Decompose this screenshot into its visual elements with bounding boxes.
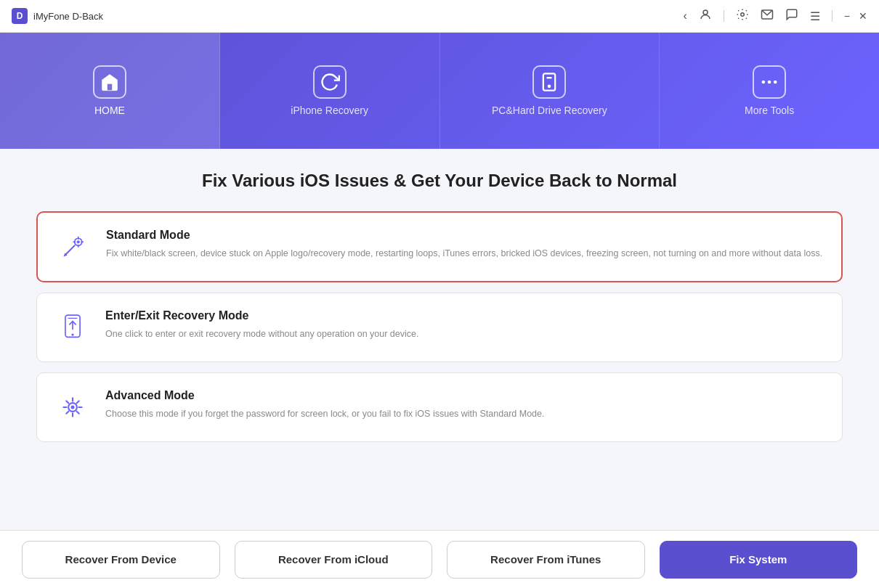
nav-tab-more-tools[interactable]: More Tools	[660, 33, 879, 149]
svg-point-9	[774, 81, 777, 84]
standard-mode-icon	[55, 229, 92, 265]
svg-rect-3	[107, 83, 112, 90]
advanced-mode-icon	[54, 389, 91, 425]
main-content: Fix Various iOS Issues & Get Your Device…	[0, 149, 879, 530]
svg-point-11	[77, 240, 80, 243]
title-bar: D iMyFone D-Back ‹ ☰ − ✕	[0, 0, 879, 33]
page-heading: Fix Various iOS Issues & Get Your Device…	[36, 171, 843, 191]
standard-mode-desc: Fix white/black screen, device stuck on …	[106, 246, 822, 261]
enter-exit-recovery-card[interactable]: Enter/Exit Recovery Mode One click to en…	[36, 293, 843, 362]
svg-point-1	[741, 13, 745, 17]
enter-exit-title: Enter/Exit Recovery Mode	[105, 309, 418, 322]
advanced-mode-desc: Choose this mode if you forget the passw…	[105, 407, 544, 421]
recover-from-device-button[interactable]: Recover From Device	[22, 541, 220, 579]
pc-recovery-icon-box	[532, 65, 566, 99]
enter-exit-icon	[54, 309, 91, 346]
window-controls: − ✕	[844, 10, 867, 22]
close-button[interactable]: ✕	[859, 10, 867, 22]
nav-tab-home-label: HOME	[94, 105, 125, 116]
enter-exit-content: Enter/Exit Recovery Mode One click to en…	[105, 309, 418, 341]
standard-mode-content: Standard Mode Fix white/black screen, de…	[106, 229, 822, 261]
nav-tab-pc-recovery[interactable]: PC&Hard Drive Recovery	[440, 33, 660, 149]
share-icon[interactable]: ‹	[683, 9, 686, 23]
standard-mode-title: Standard Mode	[106, 229, 822, 242]
svg-point-5	[548, 86, 550, 87]
svg-line-28	[77, 401, 79, 403]
bottom-bar: Recover From Device Recover From iCloud …	[0, 530, 879, 588]
settings-icon[interactable]	[736, 8, 749, 24]
nav-tab-pc-label: PC&Hard Drive Recovery	[492, 105, 607, 116]
svg-point-21	[70, 405, 74, 409]
advanced-mode-title: Advanced Mode	[105, 389, 544, 402]
svg-point-17	[71, 333, 73, 335]
svg-point-7	[762, 81, 766, 84]
chat-icon[interactable]	[785, 8, 798, 24]
svg-point-8	[768, 81, 771, 84]
svg-point-0	[703, 10, 708, 15]
iphone-recovery-icon-box	[313, 65, 347, 99]
mail-icon[interactable]	[761, 8, 774, 24]
divider	[724, 10, 724, 22]
standard-mode-card[interactable]: Standard Mode Fix white/black screen, de…	[36, 211, 843, 282]
recover-from-icloud-button[interactable]: Recover From iCloud	[235, 541, 433, 579]
divider2	[832, 10, 833, 22]
fix-system-button[interactable]: Fix System	[660, 541, 858, 579]
svg-line-26	[66, 401, 68, 403]
minimize-button[interactable]: −	[844, 10, 850, 22]
svg-line-29	[66, 412, 68, 414]
svg-line-27	[77, 412, 79, 414]
title-bar-left: D iMyFone D-Back	[12, 8, 103, 24]
advanced-mode-content: Advanced Mode Choose this mode if you fo…	[105, 389, 544, 421]
nav-tab-home[interactable]: HOME	[0, 33, 220, 149]
nav-tab-more-label: More Tools	[745, 105, 794, 116]
nav-tab-iphone-recovery[interactable]: iPhone Recovery	[220, 33, 440, 149]
advanced-mode-card[interactable]: Advanced Mode Choose this mode if you fo…	[36, 372, 843, 442]
nav-tab-iphone-label: iPhone Recovery	[291, 105, 368, 116]
recover-from-itunes-button[interactable]: Recover From iTunes	[447, 541, 645, 579]
app-title: iMyFone D-Back	[33, 11, 103, 22]
nav-bar: HOME iPhone Recovery PC&Hard Drive Recov…	[0, 33, 879, 149]
title-bar-right: ‹ ☰ − ✕	[683, 8, 867, 24]
enter-exit-desc: One click to enter or exit recovery mode…	[105, 327, 418, 341]
app-logo: D	[12, 8, 28, 24]
menu-icon[interactable]: ☰	[810, 9, 820, 23]
home-icon-box	[93, 65, 126, 99]
user-icon[interactable]	[699, 8, 712, 24]
more-tools-icon-box	[753, 65, 786, 99]
